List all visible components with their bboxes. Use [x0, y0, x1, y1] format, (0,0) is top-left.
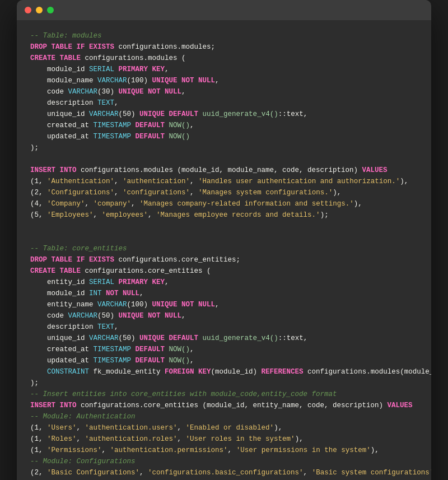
titlebar [17, 0, 431, 20]
maximize-dot[interactable] [47, 7, 54, 13]
minimize-dot[interactable] [36, 7, 43, 13]
close-dot[interactable] [25, 7, 31, 13]
code-content: -- Table: modules DROP TABLE IF EXISTS c… [17, 20, 431, 480]
code-window: -- Table: modules DROP TABLE IF EXISTS c… [17, 0, 431, 480]
